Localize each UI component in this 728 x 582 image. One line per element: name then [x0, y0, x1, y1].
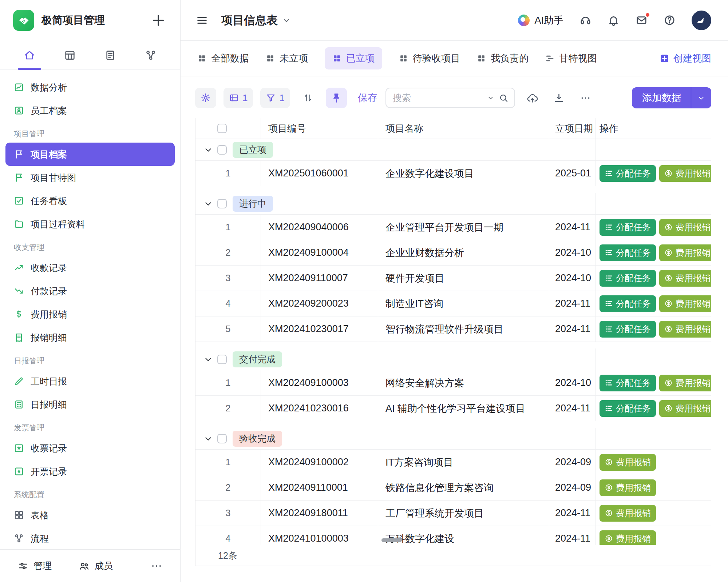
sidebar-item[interactable]: 收款记录	[5, 256, 175, 279]
table-row[interactable]: 5 XM202410230017 智行物流管理软件升级项目 2024-11 分配…	[195, 316, 711, 342]
hamburger-menu-icon[interactable]	[196, 14, 208, 27]
sidebar-item[interactable]: 付款记录	[5, 279, 175, 303]
create-view-button[interactable]: 创建视图	[660, 52, 711, 65]
expense-claim-button[interactable]: 费用报销	[659, 295, 711, 312]
expense-claim-button[interactable]: 费用报销	[659, 244, 711, 261]
import-icon[interactable]	[527, 92, 538, 104]
sidebar-item[interactable]: 表格	[5, 503, 175, 527]
view-tab[interactable]: 已立项	[325, 47, 382, 69]
table-row[interactable]: 1 XM202501060001 企业数字化建设项目 2025-01 分配任务 …	[195, 161, 711, 186]
title-chevron-down-icon[interactable]	[282, 16, 291, 25]
table-row[interactable]: 2 XM202410230016 AI 辅助个性化学习平台建设项目 2024-1…	[195, 396, 711, 421]
fields-config-button[interactable]: 1	[223, 88, 253, 108]
sidebar-item[interactable]: 开票记录	[5, 460, 175, 483]
table-row[interactable]: 2 XM202409100004 企业业财数据分析 2024-10 分配任务 费…	[195, 240, 711, 266]
column-header-name[interactable]: 项目名称	[378, 118, 549, 139]
sidebar-item[interactable]: 数据分析	[5, 76, 175, 99]
sidebar-item[interactable]: 任务看板	[5, 189, 175, 212]
sidebar-item[interactable]: 日报明细	[5, 393, 175, 416]
table-row[interactable]: 4 XM202409200023 制造业IT咨询 2024-11 分配任务 费用…	[195, 291, 711, 316]
help-icon[interactable]	[664, 14, 676, 26]
sidebar-nav-tab-home[interactable]	[17, 41, 42, 69]
view-tab[interactable]: 我负责的	[477, 52, 529, 65]
sidebar-item[interactable]: 项目甘特图	[5, 166, 175, 189]
table-row[interactable]: 1 XM202409040006 企业管理平台开发项目一期 2024-11 分配…	[195, 215, 711, 240]
expense-claim-button[interactable]: 费用报销	[659, 165, 711, 182]
assign-task-button[interactable]: 分配任务	[600, 165, 656, 182]
sidebar-item[interactable]: 收票记录	[5, 436, 175, 460]
group-checkbox[interactable]	[217, 145, 227, 155]
filter-button[interactable]: 1	[260, 88, 290, 108]
view-tab[interactable]: 甘特视图	[545, 52, 597, 65]
sidebar-item[interactable]: 报销明细	[5, 326, 175, 349]
column-header-date[interactable]: 立项日期	[549, 118, 596, 139]
table-row[interactable]: 1 XM202409100002 IT方案咨询项目 2024-09 费用报销	[195, 450, 711, 475]
headset-icon[interactable]	[579, 14, 592, 26]
group-checkbox[interactable]	[217, 355, 227, 364]
sidebar-item[interactable]: 项目档案	[5, 143, 175, 166]
expense-claim-button[interactable]: 费用报销	[600, 530, 656, 545]
assign-task-button[interactable]: 分配任务	[600, 244, 656, 261]
assign-task-button[interactable]: 分配任务	[600, 321, 656, 338]
members-button[interactable]: 成员	[79, 560, 113, 572]
add-data-button[interactable]: 添加数据	[632, 87, 711, 108]
expense-claim-button[interactable]: 费用报销	[659, 219, 711, 236]
add-workspace-icon[interactable]	[151, 13, 166, 28]
settings-button[interactable]	[195, 88, 216, 108]
column-header-code[interactable]: 项目编号	[261, 118, 378, 139]
expense-claim-button[interactable]: 费用报销	[600, 505, 656, 522]
group-checkbox[interactable]	[217, 199, 227, 208]
avatar[interactable]	[692, 11, 711, 30]
download-icon[interactable]	[553, 92, 565, 104]
sidebar-item[interactable]: 流程	[5, 527, 175, 550]
manage-button[interactable]: 管理	[17, 560, 52, 572]
sidebar-item[interactable]: 费用报销	[5, 303, 175, 326]
view-tab[interactable]: 未立项	[266, 52, 308, 65]
pin-button[interactable]	[326, 88, 347, 108]
expense-claim-button[interactable]: 费用报销	[659, 321, 711, 338]
sidebar-item[interactable]: 工时日报	[5, 370, 175, 393]
sidebar-item[interactable]: 员工档案	[5, 99, 175, 122]
expense-claim-button[interactable]: 费用报销	[659, 400, 711, 417]
assign-task-button[interactable]: 分配任务	[600, 219, 656, 236]
sidebar-nav-tab-workflow[interactable]	[138, 41, 163, 69]
collapse-chevron-icon[interactable]	[203, 199, 213, 208]
save-button[interactable]: 保存	[358, 91, 377, 104]
sort-button[interactable]	[297, 88, 318, 108]
inbox-icon[interactable]	[636, 14, 648, 26]
assign-task-button[interactable]: 分配任务	[600, 270, 656, 287]
table-row[interactable]: 1 XM202409100003 网络安全解决方案 2024-10 分配任务 费…	[195, 370, 711, 396]
expense-claim-button[interactable]: 费用报销	[659, 375, 711, 391]
search-icon[interactable]	[499, 93, 509, 103]
sidebar-nav-tab-table-view[interactable]	[57, 41, 83, 69]
add-data-dropdown[interactable]	[691, 87, 711, 108]
horizontal-scrollbar[interactable]	[381, 538, 402, 542]
column-header-actions[interactable]: 操作	[596, 118, 711, 139]
group-checkbox[interactable]	[217, 434, 227, 443]
search-input[interactable]	[393, 93, 483, 103]
collapse-chevron-icon[interactable]	[203, 145, 213, 155]
more-icon[interactable]	[580, 92, 591, 104]
table-row[interactable]: 2 XM202409110001 铁路信息化管理方案咨询 2024-09 费用报…	[195, 475, 711, 501]
assign-task-button[interactable]: 分配任务	[600, 400, 656, 417]
expense-claim-button[interactable]: 费用报销	[659, 270, 711, 287]
collapse-chevron-icon[interactable]	[203, 434, 213, 443]
expense-claim-button[interactable]: 费用报销	[600, 479, 656, 496]
view-tab[interactable]: 待验收项目	[399, 52, 460, 65]
assign-task-button[interactable]: 分配任务	[600, 295, 656, 312]
expense-claim-button[interactable]: 费用报销	[600, 454, 656, 471]
table-row[interactable]: 3 XM202409110007 硬件开发项目 2024-10 分配任务 费用报…	[195, 266, 711, 291]
collapse-chevron-icon[interactable]	[203, 355, 213, 364]
sidebar-nav-tab-document[interactable]	[98, 41, 123, 69]
bell-icon[interactable]	[608, 14, 620, 26]
view-tab[interactable]: 全部数据	[197, 52, 249, 65]
ai-assistant-button[interactable]: AI助手	[518, 14, 563, 27]
table-row[interactable]: 4 XM202410100003 万科数字化建设 2024-11 费用报销	[195, 526, 711, 545]
select-all-checkbox[interactable]	[217, 124, 227, 133]
sidebar-item[interactable]: 项目过程资料	[5, 212, 175, 236]
assign-task-button[interactable]: 分配任务	[600, 375, 656, 391]
search-options-chevron-icon[interactable]	[487, 94, 494, 101]
table-row[interactable]: 3 XM202409180011 工厂管理系统开发项目 2024-11 费用报销	[195, 501, 711, 526]
sidebar-more-icon[interactable]	[150, 560, 163, 572]
view-tab-label: 未立项	[280, 52, 308, 65]
